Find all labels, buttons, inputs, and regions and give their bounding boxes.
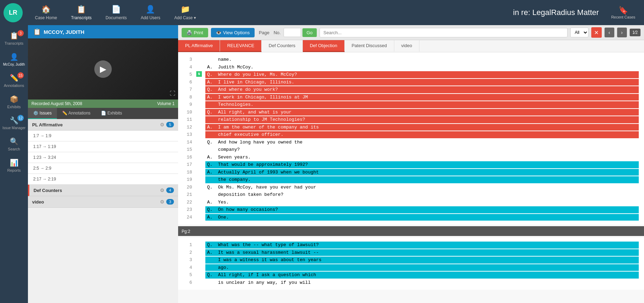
transcript-line: 12 A. I am the owner of the company and … — [178, 124, 644, 131]
tab-issues[interactable]: ⚙️ Issues — [28, 108, 57, 119]
def-counters-settings-icon[interactable]: ⚙ — [160, 187, 164, 193]
pl-affirmative-count: 5 — [166, 122, 174, 127]
tab-patent-discussed[interactable]: Patent Discussed — [345, 40, 394, 52]
no-label: No. — [272, 30, 282, 35]
search-input[interactable] — [320, 28, 568, 37]
transcript-line: 3 I was a witness it was about ten years — [178, 256, 644, 264]
tab-exhibits[interactable]: 📄 Exhibits — [96, 108, 127, 119]
eye-icon: 👁️ — [216, 30, 221, 35]
transcript-line: 6 is unclear in any way, if you will — [178, 279, 644, 287]
search-dropdown[interactable]: All — [570, 28, 588, 37]
line-number: 10 — [178, 109, 196, 116]
tab-annotations[interactable]: ✏️ Annotations — [57, 108, 96, 119]
line-text: Technologies. — [205, 101, 639, 108]
line-number: 4 — [178, 64, 196, 71]
tab-def-objection[interactable]: Def Objection — [303, 40, 345, 52]
line-number: 14 — [178, 139, 196, 146]
issue-item[interactable]: 1:23 → 3:24 — [28, 152, 178, 163]
transcript-line: 13 chief executive officer. — [178, 131, 644, 139]
nav-transcripts[interactable]: 📋 Transcripts — [64, 2, 98, 23]
issues-tab-icon: ⚙️ — [33, 111, 38, 116]
sidebar-item-reports[interactable]: 📊 Reports — [0, 156, 28, 175]
sidebar-exhibits-icon: 📦 — [10, 95, 19, 103]
line-number: 3 — [178, 56, 196, 63]
pl-affirmative-controls: ⚙ 5 — [160, 122, 174, 127]
issue-range: 1:23 → 3:24 — [33, 155, 56, 160]
line-text: Q. What was the -- what type of lawsuit? — [205, 242, 639, 249]
nav-add-users[interactable]: 👤 Add Users — [134, 2, 167, 23]
sidebar-item-issue-manager[interactable]: 12 🔧 Issue Manager — [0, 113, 28, 133]
relevance-tab-label: RELEVANCE — [227, 43, 254, 48]
def-counters-header: Def Counters ⚙ 4 — [28, 185, 178, 196]
transcript-panel: 🖨️ Print 👁️ View Options Page No. Go All — [178, 25, 644, 303]
case-title: in re: LegalRadius Matter — [313, 8, 606, 17]
def-counters-count: 4 — [166, 187, 174, 193]
issue-item[interactable]: 2:17 → 2:19 — [28, 174, 178, 185]
nav-documents[interactable]: 📄 Documents — [98, 2, 134, 23]
nav-add-case[interactable]: 📁 Add Case ▾ — [167, 2, 203, 23]
line-number: 1 — [178, 242, 196, 249]
sidebar-item-mccoy[interactable]: 👤 McCoy, Judith — [0, 50, 28, 69]
line-text: Q. Where do you live, Ms. McCoy? — [205, 71, 639, 78]
issue-item[interactable]: 2:5 → 2:9 — [28, 163, 178, 174]
line-number: 16 — [178, 154, 196, 161]
expand-icon[interactable]: ⛶ — [170, 90, 175, 97]
recent-cases-btn[interactable]: 🔖 Recent Cases — [606, 3, 641, 22]
tab-def-counters[interactable]: Def Counters — [262, 40, 303, 52]
view-options-button[interactable]: 👁️ View Options — [211, 28, 255, 37]
pl-affirmative-title: PL Affirmative — [32, 122, 63, 127]
transcript-content: 3 name. 4 A. Judith McCoy. — [178, 52, 644, 303]
issues-list: PL Affirmative ⚙ 5 1:7 → 1:9 1:17 → 1:19… — [28, 119, 178, 303]
go-button[interactable]: Go — [302, 28, 317, 37]
print-button[interactable]: 🖨️ Print — [182, 28, 208, 37]
page-input[interactable] — [284, 28, 301, 37]
video-section-controls: ⚙ 3 — [160, 199, 174, 205]
issue-item[interactable]: 1:17 → 1:19 — [28, 141, 178, 152]
line-text: A. It was a sexual harassment lawsuit -- — [205, 249, 639, 256]
tab-video[interactable]: video — [394, 40, 419, 52]
sidebar-reports-icon: 📊 — [10, 158, 19, 167]
transcripts-icon: 📋 — [76, 5, 86, 14]
issue-range: 2:5 → 2:9 — [33, 166, 51, 171]
line-text: Q. All right, if I ask a question which — [205, 272, 639, 279]
transcript-line: 9 Technologies. — [178, 101, 644, 109]
transcript-line: 5 N Q. Where do you live, Ms. McCoy? — [178, 71, 644, 79]
sidebar-item-annotations[interactable]: 15 ✏️ Annotations — [0, 71, 28, 90]
line-number: 23 — [178, 206, 196, 213]
add-case-icon: 📁 — [181, 5, 190, 14]
next-result-button[interactable]: › — [617, 28, 627, 37]
sidebar-annotations-label: Annotations — [4, 83, 24, 88]
issue-range: 2:17 → 2:19 — [33, 177, 56, 182]
video-settings-icon[interactable]: ⚙ — [160, 199, 164, 205]
line-text: Q. And how long have you owned the — [205, 139, 639, 146]
pl-affirmative-header: PL Affirmative ⚙ 5 — [28, 119, 178, 131]
nav-add-users-label: Add Users — [141, 15, 160, 20]
deponent-name: MCCOY, JUDITH — [44, 29, 85, 35]
line-text: A. Seven years. — [205, 154, 639, 161]
line-number: 6 — [178, 79, 196, 86]
sidebar-item-exhibits[interactable]: 📦 Exhibits — [0, 92, 28, 112]
line-number: 12 — [178, 124, 196, 131]
line-number: 5 — [178, 272, 196, 279]
annotations-tab-icon: ✏️ — [62, 111, 67, 116]
transcript-line: 18 A. Actually April of 1993 when we bou… — [178, 169, 644, 176]
issues-tab-label: Issues — [39, 111, 52, 116]
transcript-line: 19 the company. — [178, 176, 644, 184]
transcripts-badge: 3 — [17, 30, 24, 36]
line-number: 13 — [178, 131, 196, 138]
tab-pl-affirmative[interactable]: PL Affirmative — [178, 40, 220, 52]
sidebar-item-transcripts[interactable]: 3 📋 Transcripts — [0, 29, 28, 48]
prev-result-button[interactable]: ‹ — [605, 28, 614, 37]
play-button[interactable]: ▶ — [94, 60, 112, 78]
tab-relevance[interactable]: RELEVANCE — [220, 40, 262, 52]
pl-affirmative-settings-icon[interactable]: ⚙ — [160, 122, 164, 127]
sidebar-item-search[interactable]: 🔍 Search — [0, 134, 28, 154]
transcript-line: 8 A. I work in Chicago, Illinois at JM — [178, 94, 644, 101]
page-label: Page — [257, 30, 271, 35]
line-number: 4 — [178, 264, 196, 271]
nav-case-home[interactable]: 🏠 Case Home — [28, 2, 64, 23]
close-search-button[interactable]: ✕ — [591, 27, 602, 38]
line-text: Q. On how many occasions? — [205, 206, 639, 213]
deponent-header: 📋 MCCOY, JUDITH — [28, 25, 178, 38]
issue-item[interactable]: 1:7 → 1:9 — [28, 131, 178, 141]
